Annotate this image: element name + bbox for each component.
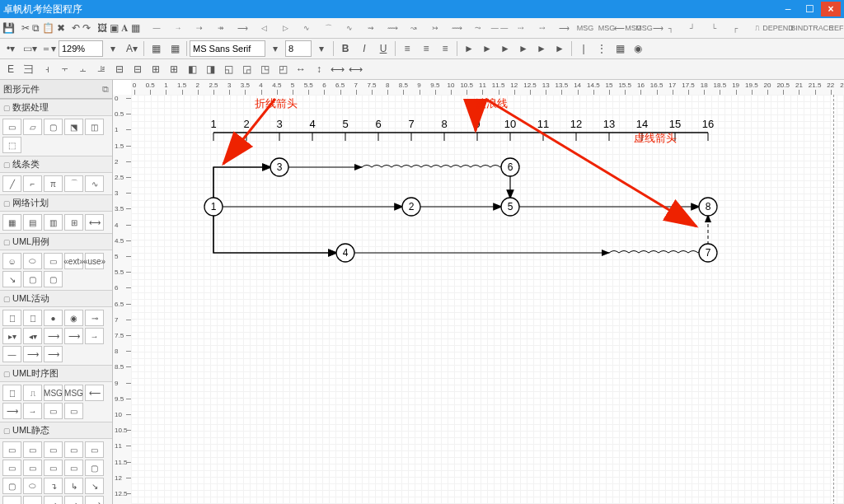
align-btn-4[interactable]: ⫠ <box>74 60 92 78</box>
table-button[interactable]: ▦ <box>130 19 141 37</box>
shape-1-4[interactable]: ∿ <box>85 175 104 192</box>
font-size-field[interactable]: 8 <box>285 40 312 57</box>
arrow-style-7[interactable]: ∿ <box>296 19 317 37</box>
shape-2-1[interactable]: ▤ <box>23 214 42 231</box>
align-btn-2[interactable]: ⫞ <box>38 60 56 78</box>
arrow-style-18[interactable]: ⤍ <box>532 19 553 37</box>
shape-3-6[interactable]: ▢ <box>23 271 42 287</box>
italic-button[interactable]: I <box>355 40 373 58</box>
arrow-style-20[interactable]: MSG <box>574 19 596 37</box>
shape-4-3[interactable]: ◉ <box>64 310 83 326</box>
align-left-icon[interactable]: ▦ <box>147 40 165 58</box>
shape-5-8[interactable]: ▭ <box>64 403 83 419</box>
font-color[interactable]: A▾ <box>123 40 141 58</box>
arrowhead-4[interactable]: ► <box>532 40 551 58</box>
shape-6-19[interactable]: ⟶ <box>85 496 104 504</box>
arrowhead-1[interactable]: ► <box>478 40 496 58</box>
shape-2-2[interactable]: ▥ <box>44 214 63 231</box>
shape-6-11[interactable]: ⬭ <box>23 478 42 494</box>
shape-2-3[interactable]: ⊞ <box>64 214 83 231</box>
palette-scroll[interactable]: 数据处理▭▱▢⬔◫⬚线条类╱⌐π⌒∿网络计划▦▤▥⊞⟷UML用例☺⬭▭«ext»… <box>0 99 112 504</box>
shape-5-1[interactable]: ⎍ <box>23 385 42 401</box>
arrowhead-2[interactable]: ► <box>496 40 514 58</box>
arrow-style-24[interactable]: ┐ <box>660 19 682 37</box>
shape-6-4[interactable]: ▭ <box>85 441 104 458</box>
arrow-style-26[interactable]: └ <box>703 19 724 37</box>
shape-6-8[interactable]: ▭ <box>64 460 83 476</box>
shape-0-1[interactable]: ▱ <box>23 119 42 135</box>
shape-6-6[interactable]: ▭ <box>23 460 42 476</box>
align-center-icon[interactable]: ▦ <box>166 40 184 58</box>
group-0[interactable]: 数据处理 <box>0 99 112 116</box>
arrow-style-14[interactable]: ⟿ <box>446 19 467 37</box>
align-btn-18[interactable]: ⟷ <box>328 60 346 78</box>
align-btn-1[interactable]: 彐 <box>20 60 38 78</box>
shape-5-5[interactable]: ⟶ <box>2 403 21 419</box>
line-style[interactable]: ＝▾ <box>40 40 58 58</box>
arrowhead-3[interactable]: ► <box>514 40 532 58</box>
align-btn-13[interactable]: ◲ <box>237 60 256 78</box>
shape-4-7[interactable]: ⟶ <box>44 328 63 344</box>
arrow-style-5[interactable]: ◁ <box>253 19 274 37</box>
shape-6-2[interactable]: ▭ <box>44 441 63 458</box>
arrow-style-9[interactable]: ∿ <box>339 19 360 37</box>
arrow-style-11[interactable]: ⟿ <box>382 19 403 37</box>
align-btn-5[interactable]: ⫡ <box>92 60 110 78</box>
shape-6-12[interactable]: ↴ <box>44 478 63 494</box>
shape-5-2[interactable]: MSG <box>44 385 63 401</box>
palette-close-icon[interactable]: ⧉ <box>102 84 109 95</box>
copy-button[interactable]: ⧉ <box>31 19 40 37</box>
maximize-button[interactable]: ☐ <box>799 2 819 16</box>
shape-6-16[interactable]: ┌ <box>23 496 42 504</box>
arrow-style-15[interactable]: ⤳ <box>467 19 489 37</box>
text-align-right[interactable]: ≡ <box>436 40 454 58</box>
shape-3-5[interactable]: ↘ <box>2 271 21 287</box>
shape-2-4[interactable]: ⟷ <box>85 214 104 231</box>
arrow-style-6[interactable]: ▷ <box>274 19 296 37</box>
shape-4-4[interactable]: ⊸ <box>85 310 104 326</box>
linestyle-3[interactable]: ◉ <box>629 40 647 58</box>
arrow-style-27[interactable]: ┌ <box>724 19 746 37</box>
shape-5-6[interactable]: → <box>23 403 42 419</box>
group-4[interactable]: UML活动 <box>0 290 112 307</box>
group-2[interactable]: 网络计划 <box>0 194 112 212</box>
shape-3-3[interactable]: «ext» <box>64 253 83 269</box>
arrow-style-19[interactable]: ⟶ <box>553 19 574 37</box>
shape-6-3[interactable]: ▭ <box>64 441 83 458</box>
shape-6-5[interactable]: ▭ <box>2 460 21 476</box>
shape-4-8[interactable]: ⟶ <box>64 328 83 344</box>
text-align-left[interactable]: ≡ <box>398 40 416 58</box>
shape-4-2[interactable]: ● <box>44 310 63 326</box>
shape-2-0[interactable]: ▦ <box>2 214 21 231</box>
group-3[interactable]: UML用例 <box>0 233 112 250</box>
align-btn-12[interactable]: ◱ <box>219 60 237 78</box>
font-size-dropdown[interactable]: ▾ <box>312 40 331 58</box>
zoom-field[interactable]: 129% <box>59 40 103 57</box>
shape-6-15[interactable]: ┐ <box>2 496 21 504</box>
shape-4-9[interactable]: → <box>85 328 104 344</box>
shape-5-3[interactable]: MSG <box>64 385 83 401</box>
undo-button[interactable]: ↶ <box>71 19 81 37</box>
align-btn-7[interactable]: ⊟ <box>129 60 147 78</box>
insert-image-button[interactable]: 🖼 <box>96 19 108 37</box>
shape-4-6[interactable]: ◂▾ <box>23 328 42 344</box>
align-btn-0[interactable]: E <box>2 60 20 78</box>
underline-button[interactable]: U <box>374 40 392 58</box>
save-button[interactable]: 💾 <box>2 19 16 37</box>
shape-1-3[interactable]: ⌒ <box>64 175 83 192</box>
bullet-style[interactable]: •▾ <box>2 40 20 58</box>
align-btn-10[interactable]: ◧ <box>183 60 201 78</box>
shape-5-4[interactable]: ⟵ <box>85 385 104 401</box>
drawing-canvas[interactable]: 1234567891011121314151613652478 折线箭头 波浪线… <box>131 95 844 504</box>
shape-4-10[interactable]: — <box>2 346 21 362</box>
shape-1-1[interactable]: ⌐ <box>23 175 42 192</box>
shape-6-1[interactable]: ▭ <box>23 441 42 458</box>
arrow-style-23[interactable]: MSG⟶ <box>639 19 660 37</box>
arrowhead-5[interactable]: ► <box>551 40 569 58</box>
align-btn-9[interactable]: ⊞ <box>165 60 183 78</box>
align-btn-6[interactable]: ⊟ <box>110 60 129 78</box>
delete-button[interactable]: ✖ <box>56 19 66 37</box>
align-btn-11[interactable]: ◨ <box>201 60 219 78</box>
fill-style[interactable]: ▭▾ <box>21 40 39 58</box>
shape-3-4[interactable]: «use» <box>85 253 104 269</box>
